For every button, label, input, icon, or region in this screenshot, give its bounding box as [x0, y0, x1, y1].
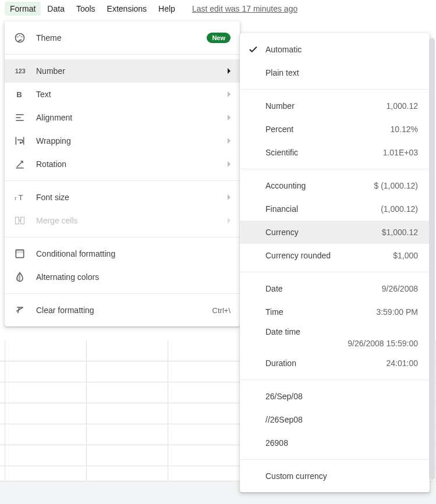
sub-label: //26Sep08	[265, 415, 303, 424]
menubar-item-format[interactable]: Format	[5, 2, 41, 16]
sub-item-percent[interactable]: Percent 10.12%	[240, 118, 430, 141]
sub-label: Accounting	[265, 181, 306, 190]
sub-label: Currency rounded	[265, 251, 331, 260]
number-submenu: Automatic Plain text Number 1,000.12 Per…	[240, 33, 430, 492]
divider	[240, 169, 430, 169]
alternating-colors-icon	[14, 271, 26, 283]
sub-item-duration[interactable]: Duration 24:01:00	[240, 352, 430, 375]
menu-label: Alternating colors	[36, 272, 231, 282]
svg-text:т: т	[15, 196, 17, 201]
svg-rect-17	[16, 250, 23, 253]
align-icon	[14, 112, 26, 123]
chevron-right-icon	[228, 91, 231, 97]
chevron-right-icon	[228, 138, 231, 144]
sub-item-date[interactable]: Date 9/26/2008	[240, 277, 430, 300]
bold-icon: B	[14, 88, 26, 100]
sub-label: Automatic	[265, 45, 302, 54]
divider	[5, 54, 240, 55]
svg-point-1	[17, 36, 19, 37]
divider	[5, 180, 240, 181]
sample-value: 9/26/2008 15:59:00	[265, 339, 418, 348]
scrollbar-thumb[interactable]	[429, 38, 435, 480]
svg-rect-14	[16, 217, 19, 224]
sub-item-currency[interactable]: Currency $1,000.12	[240, 221, 430, 244]
sub-item-automatic[interactable]: Automatic	[240, 38, 430, 61]
chevron-right-icon	[228, 161, 231, 167]
chevron-right-icon	[228, 218, 231, 223]
menu-item-alternating-colors[interactable]: Alternating colors	[5, 265, 240, 289]
sub-item-plain-text[interactable]: Plain text	[240, 61, 430, 84]
sub-label: Scientific	[265, 148, 298, 157]
menubar-item-data[interactable]: Data	[42, 2, 70, 16]
menubar-item-tools[interactable]: Tools	[71, 2, 101, 16]
menu-item-rotation[interactable]: Rotation	[5, 152, 240, 176]
conditional-format-icon	[14, 248, 26, 260]
sub-item-scientific[interactable]: Scientific 1.01E+03	[240, 141, 430, 164]
sub-item-number[interactable]: Number 1,000.12	[240, 94, 430, 118]
menu-item-number[interactable]: 123 Number	[5, 59, 240, 83]
sub-label: Custom currency	[265, 471, 327, 481]
divider	[240, 459, 430, 460]
sub-label: Currency	[265, 228, 299, 237]
sample-value: 3:59:00 PM	[376, 307, 418, 317]
menu-item-conditional-formatting[interactable]: Conditional formatting	[5, 242, 240, 265]
menu-item-wrapping[interactable]: Wrapping	[5, 129, 240, 152]
menu-item-alignment[interactable]: Alignment	[5, 106, 240, 129]
svg-text:123: 123	[15, 68, 26, 74]
sub-label: 26/Sep/08	[265, 392, 303, 401]
sample-value: $1,000.12	[382, 228, 418, 237]
menu-label: Number	[36, 66, 228, 76]
chevron-right-icon	[228, 194, 231, 200]
menu-label: Conditional formatting	[36, 249, 231, 258]
sample-value: 1.01E+03	[383, 148, 418, 157]
new-badge: New	[207, 33, 231, 43]
menu-label: Text	[36, 90, 228, 99]
sub-item-custom-1[interactable]: 26/Sep/08	[240, 385, 430, 408]
sub-item-time[interactable]: Time 3:59:00 PM	[240, 300, 430, 324]
keyboard-shortcut: Ctrl+\	[212, 306, 231, 315]
merge-icon	[14, 215, 26, 226]
menu-label: Alignment	[36, 113, 228, 122]
sample-value: 1,000.12	[387, 101, 419, 111]
menu-item-theme[interactable]: Theme New	[5, 26, 240, 49]
menu-label: Wrapping	[36, 136, 228, 145]
vertical-scrollbar[interactable]	[429, 38, 435, 501]
sample-value: (1,000.12)	[381, 204, 418, 214]
clear-format-icon	[14, 304, 26, 316]
menubar-item-help[interactable]: Help	[153, 2, 180, 16]
menu-item-clear-formatting[interactable]: Clear formatting Ctrl+\	[5, 299, 240, 322]
sub-item-currency-rounded[interactable]: Currency rounded $1,000	[240, 244, 430, 267]
chevron-right-icon	[228, 68, 231, 74]
sub-item-custom-currency[interactable]: Custom currency	[240, 464, 430, 488]
palette-icon	[14, 32, 26, 44]
sub-label: Number	[265, 101, 295, 111]
sample-value: $1,000	[393, 251, 418, 260]
sub-item-accounting[interactable]: Accounting $ (1,000.12)	[240, 174, 430, 197]
sub-item-custom-2[interactable]: //26Sep08	[240, 408, 430, 431]
divider	[240, 272, 430, 272]
sample-value: 10.12%	[391, 125, 418, 134]
svg-point-0	[16, 34, 24, 42]
divider	[240, 379, 430, 380]
menu-label: Font size	[36, 193, 228, 202]
last-edit-link[interactable]: Last edit was 17 minutes ago	[192, 4, 297, 13]
svg-point-3	[21, 36, 22, 37]
format-dropdown: Theme New 123 Number B Text Alignment Wr…	[5, 22, 240, 326]
menu-item-font-size[interactable]: тT Font size	[5, 186, 240, 209]
menu-item-text[interactable]: B Text	[5, 83, 240, 106]
sub-label: Date	[265, 284, 283, 293]
sub-item-custom-3[interactable]: 26908	[240, 431, 430, 455]
sub-label: Plain text	[265, 68, 299, 77]
check-icon	[248, 44, 258, 55]
svg-text:B: B	[16, 90, 22, 99]
menu-label: Merge cells	[36, 216, 228, 225]
menu-item-merge-cells: Merge cells	[5, 209, 240, 232]
svg-point-2	[19, 35, 20, 36]
menubar: Format Data Tools Extensions Help Last e…	[0, 0, 436, 17]
sub-item-financial[interactable]: Financial (1,000.12)	[240, 197, 430, 221]
divider	[240, 89, 430, 90]
menubar-item-extensions[interactable]: Extensions	[102, 2, 152, 16]
sub-item-date-time[interactable]: Date time 9/26/2008 15:59:00	[240, 324, 430, 352]
rotation-icon	[14, 158, 26, 170]
sample-value: 24:01:00	[387, 359, 419, 368]
